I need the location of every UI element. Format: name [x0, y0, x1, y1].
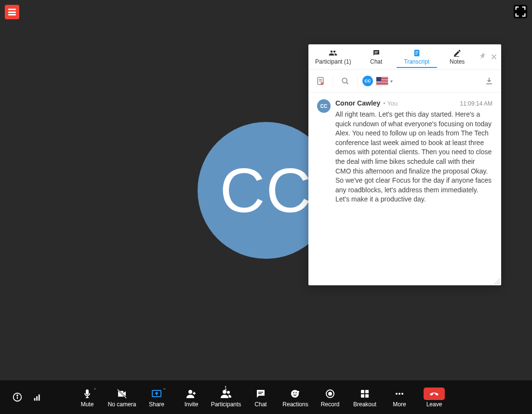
- svg-rect-6: [454, 56, 459, 57]
- microphone-icon: [81, 388, 93, 400]
- transcript-toggle-button[interactable]: [313, 74, 328, 88]
- entry-main: Conor Cawley • You 11:09:14 AM All right…: [335, 99, 492, 204]
- svg-rect-38: [365, 394, 369, 398]
- button-label: Chat: [254, 401, 266, 408]
- more-button[interactable]: More: [384, 383, 415, 412]
- language-selector[interactable]: ▾: [376, 77, 393, 85]
- search-button[interactable]: [338, 74, 352, 88]
- resize-handle-icon[interactable]: [494, 279, 500, 284]
- svg-point-27: [227, 391, 230, 394]
- cc-avatar-badge: CC: [362, 76, 373, 86]
- svg-rect-5: [415, 54, 417, 54]
- entry-timestamp: 11:09:14 AM: [460, 100, 492, 107]
- svg-point-30: [291, 390, 299, 398]
- svg-point-39: [396, 393, 398, 395]
- download-button[interactable]: [482, 74, 496, 88]
- chevron-up-icon[interactable]: ⌃: [93, 387, 97, 393]
- info-button[interactable]: [9, 388, 26, 406]
- svg-rect-11: [322, 82, 323, 85]
- panel-tabs: Participant (1) Chat Transcript Notes: [308, 44, 501, 70]
- svg-point-16: [17, 395, 18, 396]
- pin-icon: [479, 53, 487, 61]
- chat-icon: [372, 49, 381, 57]
- chat-button[interactable]: Chat: [245, 383, 277, 412]
- reactions-icon: [290, 388, 301, 400]
- svg-rect-10: [321, 82, 322, 85]
- participant-avatar-initials: CC: [220, 154, 312, 227]
- transcript-toolbar: CC ▾: [308, 70, 501, 93]
- button-label: Invite: [185, 401, 199, 408]
- entry-avatar: CC: [317, 99, 331, 113]
- tab-label: Transcript: [404, 58, 429, 65]
- info-icon: [12, 392, 23, 402]
- transcript-body: CC Conor Cawley • You 11:09:14 AM All ri…: [308, 93, 501, 285]
- button-label: Share: [149, 401, 164, 408]
- transcript-pause-icon: [316, 76, 325, 86]
- entry-text: All right team. Let's get this day start…: [335, 110, 492, 204]
- svg-rect-4: [415, 53, 418, 53]
- reactions-button[interactable]: Reactions: [279, 383, 311, 412]
- tab-notes[interactable]: Notes: [437, 46, 478, 68]
- button-label: Reactions: [282, 401, 308, 408]
- button-label: Participants: [211, 401, 241, 408]
- button-label: Leave: [426, 401, 442, 408]
- participants-button[interactable]: 1 Participants: [210, 383, 242, 412]
- svg-rect-0: [374, 52, 378, 52]
- hangup-icon-wrapper: [424, 387, 445, 400]
- svg-rect-1: [374, 53, 377, 53]
- share-screen-icon: [151, 388, 162, 400]
- camera-off-icon: [116, 388, 128, 400]
- invite-icon: [186, 388, 197, 400]
- dropdown-caret-icon: ▾: [390, 79, 393, 84]
- transcript-icon: [412, 49, 421, 57]
- tab-chat[interactable]: Chat: [356, 46, 397, 68]
- mute-button[interactable]: ⌃ Mute: [71, 383, 103, 412]
- svg-rect-18: [36, 396, 38, 401]
- invite-button[interactable]: Invite: [175, 383, 207, 412]
- chevron-up-icon[interactable]: ⌃: [162, 387, 166, 393]
- chat-icon: [255, 388, 266, 400]
- svg-point-12: [342, 78, 347, 83]
- toolbar-divider: [332, 76, 333, 86]
- tab-label: Participant (1): [315, 58, 351, 65]
- button-label: No camera: [108, 401, 136, 408]
- svg-point-31: [293, 392, 294, 393]
- svg-point-25: [188, 390, 192, 394]
- participant-icon: [329, 49, 337, 57]
- bottom-toolbar: ⌃ Mute No camera ⌃ Share Invite: [0, 380, 532, 414]
- svg-rect-29: [258, 393, 262, 394]
- no-camera-button[interactable]: No camera: [106, 383, 138, 412]
- signal-icon: [32, 392, 43, 402]
- download-icon: [484, 76, 494, 86]
- signal-button[interactable]: [29, 388, 46, 406]
- svg-line-13: [346, 82, 348, 84]
- svg-rect-35: [361, 390, 364, 393]
- svg-point-32: [295, 392, 296, 393]
- search-icon: [340, 76, 350, 86]
- record-button[interactable]: Record: [314, 383, 346, 412]
- share-button[interactable]: ⌃ Share: [141, 383, 173, 412]
- tab-participant[interactable]: Participant (1): [310, 46, 356, 68]
- hangup-icon: [429, 389, 439, 399]
- button-label: Record: [321, 401, 340, 408]
- breakout-button[interactable]: Breakout: [349, 383, 381, 412]
- svg-rect-37: [361, 394, 364, 398]
- button-label: Mute: [81, 401, 94, 408]
- svg-rect-17: [34, 398, 36, 401]
- record-icon: [324, 388, 336, 400]
- button-label: More: [393, 401, 406, 408]
- participants-badge: 1: [224, 386, 227, 391]
- close-button[interactable]: [488, 50, 499, 64]
- tab-transcript[interactable]: Transcript: [397, 46, 437, 68]
- svg-rect-28: [258, 392, 263, 393]
- leave-button[interactable]: Leave: [418, 383, 450, 412]
- transcript-entry: CC Conor Cawley • You 11:09:14 AM All ri…: [317, 99, 492, 204]
- tab-label: Chat: [370, 58, 382, 65]
- tab-label: Notes: [450, 58, 465, 65]
- side-panel: Participant (1) Chat Transcript Notes: [308, 44, 501, 285]
- svg-rect-3: [415, 51, 418, 52]
- pin-button[interactable]: [478, 50, 489, 64]
- svg-rect-19: [39, 395, 40, 401]
- breakout-icon: [359, 388, 371, 400]
- svg-point-34: [329, 392, 332, 395]
